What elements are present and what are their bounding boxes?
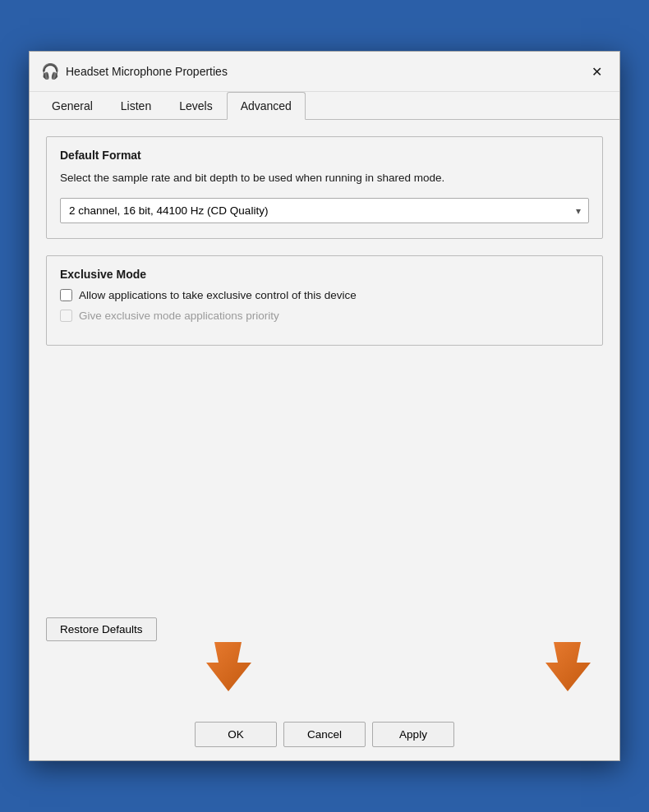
- sample-rate-dropdown[interactable]: 2 channel, 16 bit, 44100 Hz (CD Quality)…: [60, 198, 589, 223]
- dialog-window: 🎧 Headset Microphone Properties ✕ Genera…: [29, 51, 620, 761]
- bottom-section: Restore Defaults: [46, 617, 603, 747]
- exclusive-control-checkbox[interactable]: [60, 289, 72, 301]
- title-bar-left: 🎧 Headset Microphone Properties: [41, 62, 228, 80]
- default-format-group: Default Format Select the sample rate an…: [46, 136, 603, 239]
- exclusive-mode-group: Exclusive Mode Allow applications to tak…: [46, 255, 603, 346]
- cancel-button[interactable]: Cancel: [283, 722, 366, 747]
- title-bar: 🎧 Headset Microphone Properties ✕: [30, 52, 619, 92]
- exclusive-mode-title: Exclusive Mode: [60, 268, 589, 281]
- apply-arrow-container: [541, 638, 595, 702]
- exclusive-priority-checkbox[interactable]: [60, 310, 72, 322]
- sample-rate-dropdown-wrapper: 2 channel, 16 bit, 44100 Hz (CD Quality)…: [60, 198, 589, 223]
- exclusive-control-row: Allow applications to take exclusive con…: [60, 289, 589, 301]
- ok-arrow-container: [202, 638, 255, 702]
- tab-listen[interactable]: Listen: [107, 92, 165, 120]
- apply-button[interactable]: Apply: [372, 722, 454, 747]
- ok-button[interactable]: OK: [195, 722, 277, 747]
- tab-content: Default Format Select the sample rate an…: [30, 120, 619, 760]
- window-title: Headset Microphone Properties: [66, 65, 228, 78]
- default-format-description: Select the sample rate and bit depth to …: [60, 170, 589, 186]
- tab-levels[interactable]: Levels: [165, 92, 226, 120]
- restore-defaults-button[interactable]: Restore Defaults: [46, 617, 157, 641]
- ok-arrow-icon: [202, 638, 255, 700]
- apply-arrow-icon: [541, 638, 595, 700]
- default-format-title: Default Format: [60, 149, 589, 162]
- arrows-area: [46, 645, 603, 710]
- svg-marker-0: [206, 642, 251, 691]
- tab-general[interactable]: General: [38, 92, 107, 120]
- tab-advanced[interactable]: Advanced: [227, 92, 306, 120]
- exclusive-priority-row: Give exclusive mode applications priorit…: [60, 310, 589, 322]
- close-button[interactable]: ✕: [585, 60, 608, 83]
- headset-icon: 🎧: [41, 62, 59, 80]
- exclusive-priority-label: Give exclusive mode applications priorit…: [79, 310, 279, 322]
- svg-marker-1: [545, 642, 591, 691]
- exclusive-control-label: Allow applications to take exclusive con…: [79, 289, 357, 301]
- tabs-bar: General Listen Levels Advanced: [30, 92, 619, 120]
- action-buttons: OK Cancel Apply: [46, 722, 603, 747]
